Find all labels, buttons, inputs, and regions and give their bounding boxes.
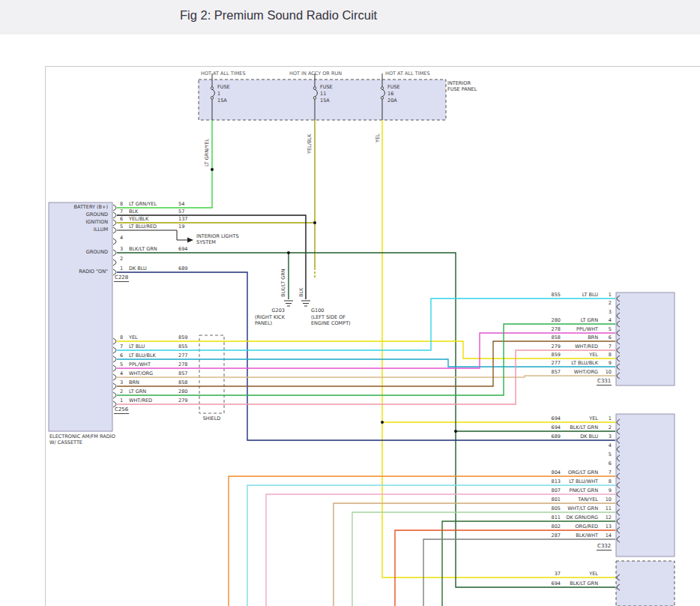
wire-label: LT BLU/WHT: [564, 478, 598, 484]
pin-number: 8: [600, 478, 612, 484]
pin-number: 3: [600, 434, 612, 440]
wire-label: ORG/RED: [564, 524, 598, 530]
pin-bracket: [113, 356, 116, 362]
circuit-number: 805: [525, 506, 561, 512]
pin-number: 1: [120, 266, 127, 272]
circuit-number: 694: [525, 416, 561, 422]
interior-lights-note: INTERIOR LIGHTS SYSTEM: [196, 233, 241, 245]
wiring-diagram-page: Fig 2: Premium Sound Radio Circuit: [0, 0, 700, 606]
ground-symbols: [284, 301, 310, 306]
wire-label: LT BLU/BLK: [129, 352, 174, 358]
pin-number: 2: [600, 424, 612, 430]
wire-label: BLK/LT GRN: [564, 424, 598, 430]
circuit-number: 858: [178, 380, 201, 386]
connector-name-c228: C228: [114, 274, 129, 282]
circuit-number: 859: [525, 352, 561, 358]
pin-number: 14: [600, 532, 612, 538]
pin-bracket: [113, 227, 116, 233]
pin-number: 7: [600, 470, 612, 476]
pin-number: 4: [120, 370, 127, 376]
ground-location-g100: (LEFT SIDE OF ENGINE COMPT): [311, 314, 351, 326]
wire-label: LT BLU/RED: [129, 224, 174, 230]
pin-bracket: [113, 238, 116, 244]
pin-number: 13: [600, 524, 612, 530]
circuit-number: 37: [525, 571, 561, 577]
wire-label: PPL/WHT: [564, 326, 598, 332]
pin-number: 9: [600, 488, 612, 494]
circuit-number: 280: [178, 388, 201, 394]
wire-label: WHT/RED: [564, 344, 598, 350]
wire-label: BRN: [564, 334, 598, 340]
pin-function: GROUND: [49, 249, 108, 255]
pin-bracket: [113, 392, 116, 398]
wire-label: YEL: [564, 352, 598, 358]
bottom-connector-block: [616, 561, 675, 606]
wire-name-vertical: BLK/LT GRN: [280, 268, 286, 297]
circuit-number: 694: [178, 246, 201, 252]
circuit-number: 855: [178, 344, 201, 350]
pin-number: 6: [120, 216, 127, 222]
pin-number: 5: [600, 452, 612, 458]
circuit-number: 278: [178, 362, 201, 368]
fuse-11-label: FUSE 11 15A: [320, 84, 333, 104]
wire: [395, 530, 615, 606]
wire-label: YEL/BLK: [129, 216, 174, 222]
circuit-number: 137: [178, 216, 201, 222]
wire-label: LT GRN: [129, 388, 174, 394]
wire-label: LT BLU: [564, 292, 598, 298]
wire-label: YEL: [564, 416, 598, 422]
circuit-number: 813: [525, 478, 561, 484]
pin-number: 6: [600, 334, 612, 340]
pin-number: 1: [600, 416, 612, 422]
wire-label: TAN/YEL: [564, 496, 598, 502]
pin-number: 3: [600, 309, 612, 315]
circuit-number: 278: [525, 326, 561, 332]
pin-number: 2: [120, 388, 127, 394]
pin-number: 10: [600, 369, 612, 375]
pin-number: 5: [120, 224, 127, 230]
pin-number: 1: [120, 398, 127, 404]
ground-g100-icon: [301, 301, 310, 306]
circuit-number: 811: [525, 514, 561, 520]
circuit-number: 277: [178, 352, 201, 358]
circuit-number: 807: [525, 488, 561, 494]
wire-name-vertical: BLK: [298, 288, 304, 297]
wire-label: DK GRN/ORG: [564, 514, 598, 520]
ground-g203-icon: [284, 301, 293, 306]
feed-label: HOT AT ALL TIMES: [385, 70, 430, 76]
pin-number: 7: [120, 208, 127, 214]
circuit-number: 19: [178, 224, 201, 230]
pin-bracket: [113, 347, 116, 353]
fuse-rating: 20A: [387, 98, 400, 104]
pin-function: GROUND: [49, 212, 108, 218]
feed-label: HOT AT ALL TIMES: [201, 70, 246, 76]
ground-name-g203: G203: [264, 308, 285, 314]
pin-number: 6: [600, 460, 612, 466]
pin-number: 9: [600, 360, 612, 366]
circuit-number: 694: [525, 424, 561, 430]
circuit-number: 280: [525, 317, 561, 323]
wire-label: PNK/LT GRN: [564, 488, 598, 494]
wire-label: YEL: [129, 334, 174, 340]
wire-label: DK BLU: [129, 266, 174, 272]
pin-number: 4: [600, 442, 612, 448]
wire-label: DK BLU: [564, 434, 598, 440]
radio-caption: ELECTRONIC AM/FM RADIO W/ CASSETTE: [49, 434, 121, 446]
pin-bracket: [113, 212, 116, 218]
pin-function: IGNITION: [49, 219, 108, 225]
interior-lights-arrow: [117, 230, 193, 243]
circuit-number: 279: [525, 344, 561, 350]
radio-block: [49, 202, 112, 431]
ground-name-g100: G100: [311, 308, 324, 314]
pin-number: 12: [600, 514, 612, 520]
pin-number: 1: [600, 292, 612, 298]
wire-label: WHT/RED: [129, 398, 174, 404]
fuse-16-label: FUSE 16 20A: [387, 84, 400, 104]
pin-bracket: [113, 383, 116, 389]
pin-bracket: [113, 338, 116, 344]
pin-bracket: [113, 374, 116, 380]
pin-number: 10: [600, 496, 612, 502]
circuit-number: 57: [178, 208, 201, 214]
fuse-1-label: FUSE 1 15A: [217, 84, 230, 104]
circuit-number: 804: [525, 470, 561, 476]
